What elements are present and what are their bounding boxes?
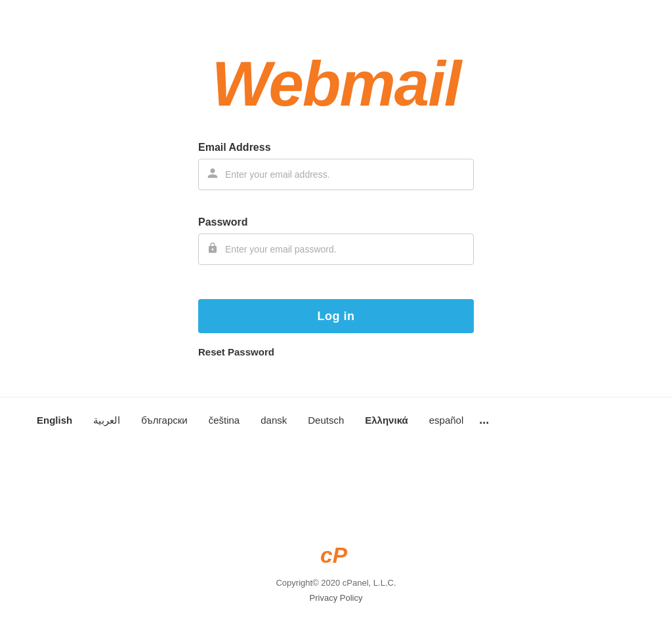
password-input[interactable] bbox=[225, 244, 465, 254]
lang-greek[interactable]: Ελληνικά bbox=[354, 412, 418, 428]
user-icon bbox=[207, 167, 219, 182]
email-label: Email Address bbox=[198, 142, 474, 153]
lang-danish[interactable]: dansk bbox=[250, 412, 297, 428]
lang-english[interactable]: English bbox=[26, 412, 83, 428]
webmail-logo: Webmail bbox=[212, 52, 461, 115]
lang-bulgarian[interactable]: български bbox=[131, 412, 198, 428]
lang-czech[interactable]: čeština bbox=[198, 412, 251, 428]
svg-text:cP: cP bbox=[320, 543, 348, 567]
more-languages-button[interactable]: ... bbox=[474, 411, 494, 430]
email-input[interactable] bbox=[225, 169, 465, 180]
lock-icon bbox=[207, 242, 219, 257]
password-input-wrapper bbox=[198, 233, 474, 265]
login-form: Email Address Password bbox=[198, 142, 474, 397]
language-bar: English العربية български čeština dansk … bbox=[0, 397, 672, 443]
reset-password-link[interactable]: Reset Password bbox=[198, 346, 274, 357]
main-container: Webmail Email Address Password bbox=[0, 0, 672, 629]
email-group: Email Address bbox=[198, 142, 474, 206]
password-group: Password bbox=[198, 216, 474, 281]
footer: cP Copyright© 2020 cPanel, L.L.C. Privac… bbox=[276, 517, 396, 629]
email-input-wrapper bbox=[198, 159, 474, 190]
copyright-text: Copyright© 2020 cPanel, L.L.C. bbox=[276, 578, 396, 588]
lang-spanish[interactable]: español bbox=[419, 412, 474, 428]
lang-arabic[interactable]: العربية bbox=[83, 412, 131, 429]
cpanel-logo: cP bbox=[320, 543, 352, 573]
logo-section: Webmail bbox=[212, 52, 461, 115]
privacy-policy-link[interactable]: Privacy Policy bbox=[310, 593, 363, 603]
password-label: Password bbox=[198, 216, 474, 228]
lang-german[interactable]: Deutsch bbox=[297, 412, 354, 428]
login-button[interactable]: Log in bbox=[198, 299, 474, 333]
